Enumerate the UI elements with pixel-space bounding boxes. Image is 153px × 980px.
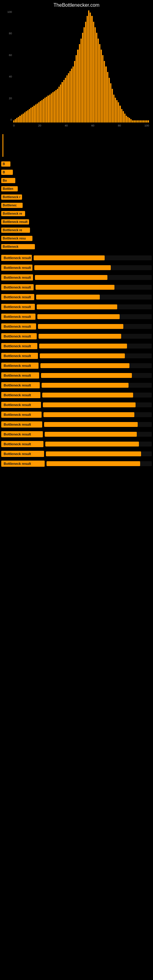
chart-bar [134, 120, 135, 123]
chart-bar [68, 73, 69, 123]
chart-bar [45, 98, 46, 123]
result-bar-bg [45, 442, 152, 447]
chart-bar [129, 118, 130, 123]
result-bar-bg [43, 402, 152, 407]
chart-bar [123, 111, 124, 123]
chart-bar [140, 120, 141, 123]
list-item: Bottleneck result [1, 218, 152, 225]
chart-bar [77, 49, 78, 123]
result-badge: Bottleneck [1, 244, 35, 249]
list-item: Bottleneck result [1, 371, 152, 379]
result-bar-bg [44, 422, 152, 427]
result-bar-fill [39, 344, 127, 348]
bottleneck-badge: Bottleneck result [1, 372, 39, 379]
chart-bar [22, 114, 24, 123]
list-item: Bottleneck resu [1, 235, 152, 242]
chart-bar [90, 13, 91, 123]
list-item: Bottleneck result [1, 450, 152, 458]
result-bar-fill [40, 353, 125, 358]
list-item: Bottleneck result [1, 313, 152, 321]
chart-bar [124, 114, 126, 123]
chart-bar [104, 61, 105, 123]
result-badge: Bottleneck result [1, 219, 29, 224]
chart-bar [57, 89, 58, 123]
bottleneck-badge: Bottleneck result [1, 441, 43, 447]
list-item: Bottleneck result [1, 420, 152, 428]
chart-bar [121, 109, 123, 123]
list-item: Bottleneck result [1, 342, 152, 350]
bottleneck-badge: Bottleneck result [1, 382, 40, 388]
list-item: Bo [1, 177, 152, 184]
chart-bar [99, 44, 100, 123]
chart-bar [82, 33, 83, 123]
chart-bar [79, 44, 80, 123]
chart-bar [18, 117, 19, 123]
x-label-80: 80 [118, 124, 121, 127]
bottleneck-badge: Bottleneck result [1, 402, 41, 408]
result-bar-bg [41, 383, 152, 388]
result-bar-fill [41, 373, 132, 378]
chart-bar [148, 120, 149, 123]
bottleneck-badge: Bottleneck result [1, 265, 32, 271]
vertical-indicator [2, 134, 3, 157]
x-label-40: 40 [65, 124, 68, 127]
result-bar-bg [46, 461, 152, 466]
chart-bar [107, 72, 108, 123]
y-label-80: 80 [9, 32, 12, 35]
list-item: Bottleneck re [1, 227, 152, 233]
list-item: Bottleneck result [1, 401, 152, 409]
y-label-40: 40 [9, 75, 12, 78]
bottleneck-badge: Bottleneck result [1, 284, 33, 290]
list-item: Bottlen [1, 185, 152, 192]
chart-bar [71, 68, 72, 123]
list-item: Bottleneck result [1, 264, 152, 272]
chart-bar [96, 33, 97, 123]
indicator-section [0, 132, 153, 159]
chart-bar [80, 38, 82, 123]
chart-bar [105, 67, 107, 123]
chart-bar [48, 95, 49, 123]
chart-bar [30, 108, 32, 123]
chart-bar [41, 100, 43, 123]
chart-bar [110, 83, 112, 123]
chart-bar [43, 99, 44, 123]
chart-bar [56, 90, 57, 123]
chart-bar [27, 110, 29, 123]
chart-bar [116, 100, 118, 123]
x-label-60: 60 [91, 124, 94, 127]
chart-bar [127, 117, 129, 123]
chart-bar [85, 22, 86, 123]
chart-bar [40, 101, 41, 123]
x-label-100: 100 [144, 124, 149, 127]
chart-bar [32, 107, 33, 123]
result-bar-bg [35, 285, 152, 290]
result-badge: Bo [1, 178, 15, 183]
result-bar-bg [43, 412, 152, 417]
chart-bar [115, 98, 116, 123]
chart-bar [51, 94, 52, 123]
chart-bar [118, 102, 119, 123]
chart-bar [21, 115, 22, 123]
bottleneck-badge: Bottleneck result [1, 353, 38, 359]
chart-bar [93, 22, 94, 123]
result-bar-bg [37, 304, 152, 309]
result-badge: Bottleneck resu [1, 236, 32, 241]
bottleneck-badge: Bottleneck result [1, 304, 35, 310]
chart-bar [112, 89, 113, 123]
list-item: Bottleneck result [1, 283, 152, 291]
result-bar-fill [35, 285, 115, 290]
bottleneck-badge: Bottleneck result [1, 274, 33, 280]
chart-bar [143, 120, 144, 123]
bottleneck-badge: Bottleneck result [1, 451, 44, 457]
result-badge: Bottleneck re [1, 211, 25, 216]
chart-bar [74, 61, 75, 123]
x-label-20: 20 [38, 124, 41, 127]
chart-bar [35, 105, 37, 123]
list-item: Bottlenec [1, 202, 152, 208]
result-bar-fill [45, 432, 137, 437]
chart-bar [24, 112, 26, 123]
bottleneck-badge: Bottleneck result [1, 461, 45, 467]
result-bar-fill [37, 304, 117, 309]
result-bar-bg [42, 393, 152, 398]
chart-bar [131, 119, 132, 123]
